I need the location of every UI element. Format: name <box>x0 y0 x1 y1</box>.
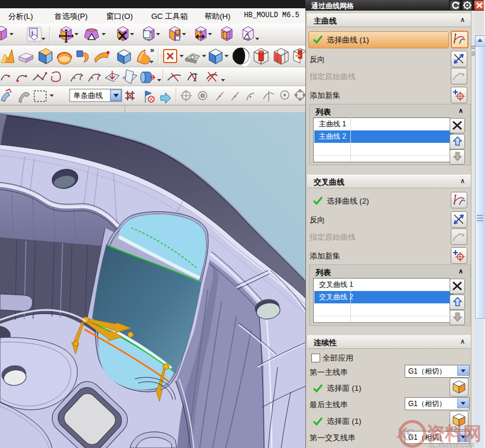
svg-text:x: x <box>200 28 202 34</box>
svg-text:»: » <box>150 45 154 54</box>
svg-text:资料网: 资料网 <box>427 423 481 444</box>
svg-text:i: i <box>31 29 33 36</box>
svg-text:X: X <box>396 425 408 441</box>
svg-text:单条曲线: 单条曲线 <box>73 91 103 100</box>
svg-text:ZL.XS1616.COM: ZL.XS1616.COM <box>429 442 474 448</box>
